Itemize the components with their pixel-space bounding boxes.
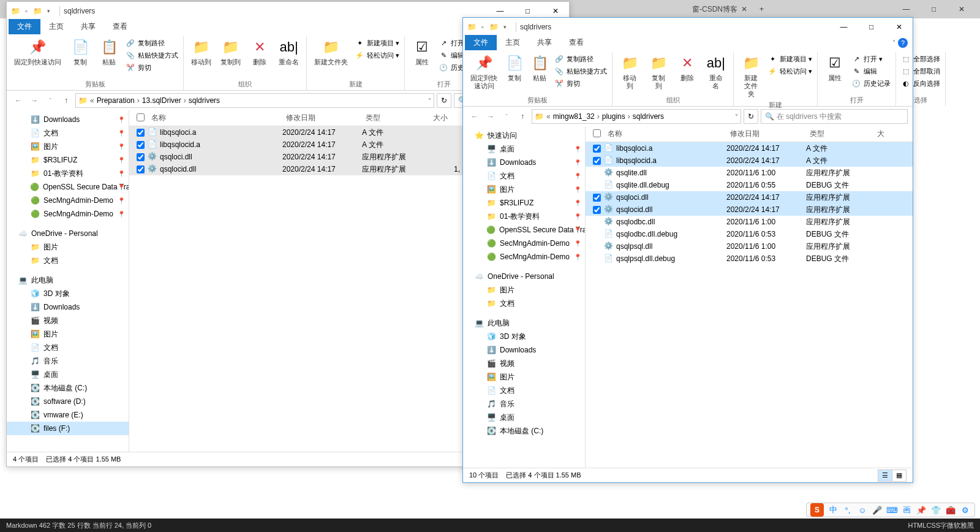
ribbon-粘贴-button[interactable]: 📋粘贴 (96, 36, 123, 78)
nav-item[interactable]: ⬇️Downloads (463, 343, 585, 357)
ime-char-icon[interactable]: 画 (901, 504, 912, 515)
nav-item[interactable]: 📁$R3LIFUZ📍 (7, 153, 129, 167)
file-row[interactable]: ⚙️qsqlpsql.dll 2020/11/6 1:00 应用程序扩展 (586, 240, 913, 253)
nav-item[interactable]: 📁01-教学资料📍 (463, 210, 585, 223)
nav-item[interactable]: 📁图片 (463, 283, 585, 297)
ribbon-item[interactable]: 🔗复制路径 (124, 37, 179, 48)
ribbon-item[interactable]: ⚡轻松访问 ▾ (766, 66, 813, 77)
close-button[interactable]: ✕ (885, 18, 913, 36)
ime-toolbox-icon[interactable]: 🧰 (945, 504, 956, 515)
address-box[interactable]: 📁 «Preparation›13.sqlDriver›sqldrivers ˅ (75, 93, 434, 108)
select-all-checkbox[interactable] (593, 129, 601, 137)
row-checkbox[interactable] (593, 145, 601, 153)
ime-skin-icon[interactable]: 👕 (930, 504, 941, 515)
nav-item[interactable]: ⬇️Downloads (7, 300, 129, 314)
refresh-button[interactable]: ↻ (437, 93, 451, 108)
ime-settings-icon[interactable]: ⚙ (960, 504, 971, 515)
tab-file[interactable]: 文件 (9, 19, 40, 34)
col-name[interactable]: 名称 (148, 113, 282, 123)
ribbon-重命名-button[interactable]: ab|重命名 (275, 36, 303, 78)
nav-item[interactable]: 🟢SecMngAdmin-Demo📍 (7, 207, 129, 221)
nav-item[interactable]: 🟢SecMngAdmin-Demo📍 (463, 250, 585, 264)
ribbon-item[interactable]: ✦新建项目 ▾ (766, 53, 813, 64)
nav-item[interactable]: ⬇️Downloads📍 (463, 156, 585, 169)
qat-dropdown-icon[interactable]: ▾ (500, 22, 510, 32)
nav-item[interactable]: 🟢SecMngAdmin-Demo📍 (463, 237, 585, 250)
tab-share[interactable]: 共享 (529, 35, 560, 50)
crumb[interactable]: plugins (602, 112, 625, 121)
nav-item[interactable]: ⬇️Downloads📍 (7, 113, 129, 126)
tab-view[interactable]: 查看 (104, 19, 136, 34)
browser-max-button[interactable]: □ (920, 1, 948, 18)
search-input[interactable]: 🔍在 sqldrivers 中搜索 (761, 109, 908, 124)
ime-punct-icon[interactable]: °, (842, 504, 853, 515)
nav-item[interactable]: 📁图片 (7, 240, 129, 254)
col-type[interactable]: 类型 (362, 113, 429, 123)
ribbon-collapse-icon[interactable]: ˄ (892, 39, 895, 46)
crumb[interactable]: mingw81_32 (553, 112, 595, 121)
ime-toolbar[interactable]: S 中 °, ☺ 🎤 ⌨ 画 📌 👕 🧰 ⚙ (806, 503, 975, 517)
file-row[interactable]: ⚙️qsqloci.dll 2020/2/24 14:17 应用程序扩展 (586, 191, 913, 203)
ime-mic-icon[interactable]: 🎤 (872, 504, 883, 515)
titlebar[interactable]: 📁 ▫ 📁 ▾ sqldrivers — □ ✕ (463, 18, 913, 36)
file-row[interactable]: 📄libqsqlocid.a 2020/2/24 14:17 A 文件 (586, 154, 913, 167)
row-checkbox[interactable] (137, 141, 145, 149)
min-button[interactable]: — (830, 18, 858, 36)
ribbon-item[interactable]: 📎粘贴快捷方式 (124, 50, 179, 61)
ribbon-item[interactable]: ✂️剪切 (124, 62, 179, 73)
ribbon-复制-button[interactable]: 📄复制 (67, 36, 94, 78)
nav-item[interactable]: 📁文档 (463, 297, 585, 310)
up-button[interactable]: ↑ (59, 94, 73, 107)
save-icon[interactable]: ▫ (478, 22, 488, 32)
crumb[interactable]: Preparation (97, 96, 135, 105)
nav-item[interactable]: 🎬视频 (7, 314, 129, 327)
nav-item[interactable]: 🖥️桌面📍 (463, 142, 585, 156)
forward-button[interactable]: → (484, 110, 497, 123)
ribbon-item[interactable]: 📎粘贴快捷方式 (553, 66, 608, 77)
ribbon-item[interactable]: ✎编辑 (850, 66, 892, 77)
tab-home[interactable]: 主页 (40, 19, 72, 34)
ribbon-粘贴-button[interactable]: 📋粘贴 (528, 52, 551, 94)
col-date[interactable]: 修改日期 (282, 113, 362, 123)
file-row[interactable]: 📄libqsqloci.a 2020/2/24 14:17 A 文件 (586, 142, 913, 154)
address-box[interactable]: 📁 «mingw81_32›plugins›sqldrivers ˅ (532, 109, 741, 124)
nav-item[interactable]: 🟢OpenSSL Secure Data Tran📍 (7, 180, 129, 194)
ribbon-item[interactable]: ✦新建项目 ▾ (353, 37, 401, 48)
ribbon-固定到快速访问-button[interactable]: 📌固定到快速访问 (467, 52, 501, 94)
ribbon-item[interactable]: ⚡轻松访问 ▾ (353, 50, 401, 61)
nav-item[interactable]: 🖼️图片📍 (463, 183, 585, 196)
nav-item[interactable]: 🖥️桌面 (7, 368, 129, 381)
col-size[interactable]: 大小 (429, 113, 460, 123)
ribbon-item[interactable]: ◐反向选择 (900, 78, 941, 89)
file-row[interactable]: 📄qsqlpsql.dll.debug 2020/11/6 0:53 DEBUG… (586, 253, 913, 265)
ime-emoji-icon[interactable]: ☺ (857, 504, 868, 515)
browser-tab[interactable]: 窗-CSDN博客✕ (686, 1, 753, 17)
nav-item[interactable]: 📁文档 (7, 254, 129, 267)
nav-item[interactable]: 💽本地磁盘 (C:) (463, 424, 585, 438)
nav-item[interactable]: 🧊3D 对象 (7, 287, 129, 300)
nav-item[interactable]: 📄文档 (7, 341, 129, 354)
tab-file[interactable]: 文件 (465, 35, 497, 50)
help-icon[interactable]: ? (898, 38, 908, 48)
ribbon-删除-button[interactable]: ✕删除 (246, 36, 273, 78)
crumb[interactable]: sqldrivers (189, 96, 220, 105)
browser-close-button[interactable]: ✕ (948, 1, 975, 18)
nav-item[interactable]: 💽software (D:) (7, 395, 129, 408)
ribbon-新建文件夹-button[interactable]: 📁新建文件夹 (737, 52, 764, 99)
file-row[interactable]: ⚙️qsqlite.dll 2020/11/6 1:00 应用程序扩展 (586, 167, 913, 179)
browser-min-button[interactable]: — (892, 1, 920, 18)
crumb[interactable]: 13.sqlDriver (142, 96, 181, 105)
ribbon-item[interactable]: ⬚全部取消 (900, 66, 941, 77)
nav-item[interactable]: ☁️OneDrive - Personal (463, 270, 585, 283)
row-checkbox[interactable] (137, 153, 145, 161)
select-all-checkbox[interactable] (137, 113, 145, 121)
row-checkbox[interactable] (137, 129, 145, 137)
recent-dropdown[interactable]: ˅ (43, 94, 57, 107)
back-button[interactable]: ← (12, 94, 25, 107)
refresh-button[interactable]: ↻ (744, 109, 758, 124)
icons-view-button[interactable]: ▦ (892, 469, 907, 482)
ribbon-item[interactable]: ✂️剪切 (553, 78, 608, 89)
row-checkbox[interactable] (593, 206, 601, 214)
navigation-pane[interactable]: ⬇️Downloads📍📄文档📍🖼️图片📍📁$R3LIFUZ📍📁01-教学资料📍… (7, 110, 129, 452)
file-row[interactable]: 📄qsqlite.dll.debug 2020/11/6 0:55 DEBUG … (586, 179, 913, 191)
